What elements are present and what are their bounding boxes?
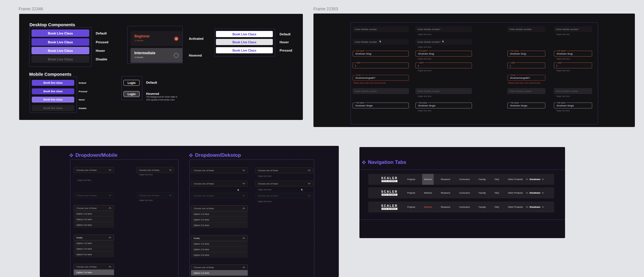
book-live-class-mobile-button-pressed[interactable]: Book live class xyxy=(32,88,74,94)
nav-link-faculty[interactable]: Faculty xyxy=(477,174,488,185)
dropdown-expanded[interactable]: Scale| xyxy=(74,235,114,240)
user-menu[interactable]: Hi,Shubham xyxy=(526,206,544,208)
text-input-typing-label[interactable]: Label*| xyxy=(415,62,472,68)
book-live-class-light-button-hover[interactable]: Book Live Class xyxy=(216,39,273,45)
dropdown-option[interactable]: Option 3 is here xyxy=(191,222,248,228)
scaler-logo[interactable]: SCALERDATA SCIENCE xyxy=(381,190,398,196)
nav-link-projects[interactable]: Projects xyxy=(405,187,417,198)
book-live-class-mobile-button-hover[interactable]: Book live class xyxy=(32,97,74,103)
mobile-number-input-placeholder[interactable]: Enter Mobile number xyxy=(353,26,409,32)
nav-link-other-products[interactable]: Other Products xyxy=(506,174,524,185)
nav-link-research[interactable]: Research xyxy=(439,174,452,185)
plan-card-intermediate[interactable]: Intermediate13 Months xyxy=(131,48,182,63)
dropdown-option[interactable]: Option 2 is here xyxy=(74,217,114,222)
mobile-number-input-disabled[interactable]: Enter Mobile number xyxy=(415,88,472,94)
dropdown-option[interactable]: Option 2 is here xyxy=(74,246,114,252)
dropdown-expanded[interactable]: Choose one of these xyxy=(191,264,248,270)
dropdown-expanded[interactable]: Choose one of these xyxy=(74,264,114,270)
nav-link-curriculum[interactable]: Curriculum xyxy=(457,202,471,212)
scaler-logo[interactable]: SCALERDATA SCIENCE xyxy=(381,177,398,182)
dropdown-option[interactable]: Option 1 is here xyxy=(191,270,248,276)
nav-link-faq[interactable]: FAQ xyxy=(493,187,501,198)
book-live-class-mobile-button-disabled[interactable]: Book live class xyxy=(32,105,74,111)
nav-link-other-products[interactable]: Other Products xyxy=(506,202,524,212)
text-input-typing-label[interactable]: Label| xyxy=(507,62,545,68)
book-live-class-button-pressed[interactable]: Book Live Class xyxy=(32,38,89,46)
dropdown-option[interactable]: Option 1 is here xyxy=(191,211,248,217)
scaler-logo[interactable]: SCALERDATA SCIENCE xyxy=(381,204,398,210)
nav-link-curriculum[interactable]: Curriculum xyxy=(457,187,471,198)
user-menu[interactable]: Hi,Shubham xyxy=(526,178,544,181)
dropdown-disabled[interactable]: Choose one of these xyxy=(255,193,313,199)
mobile-number-input-disabled[interactable]: Enter Mobile number xyxy=(353,88,409,94)
book-live-class-mobile-button-default[interactable]: Book live class xyxy=(32,80,74,86)
dropdown-option[interactable]: Option 2 is here xyxy=(191,276,248,277)
dropdown-option[interactable]: Option 2 is here xyxy=(191,247,248,252)
dropdown-option[interactable]: Option 2 is here xyxy=(74,275,114,277)
nav-link-projects[interactable]: Projects xyxy=(405,174,417,185)
nav-link-faq[interactable]: FAQ xyxy=(493,174,501,185)
book-live-class-button-hover[interactable]: Book Live Class xyxy=(32,47,89,54)
user-menu[interactable]: Hi,Shubham xyxy=(526,192,544,194)
radio-icon[interactable] xyxy=(174,53,179,58)
mobile-number-input-placeholder-hover[interactable]: Enter Mobile number* xyxy=(415,39,472,45)
nav-link-faculty[interactable]: Faculty xyxy=(477,202,488,212)
login-button-default[interactable]: Login xyxy=(123,80,140,86)
nav-link-other-products[interactable]: Other Products xyxy=(506,187,524,198)
dropdown-option[interactable]: Option 3 is here xyxy=(74,252,114,257)
text-input-typing-name[interactable]: Full name*Shubham Sing| xyxy=(415,51,472,57)
mobile-number-input-placeholder-hover[interactable]: Enter Mobile number xyxy=(353,39,409,45)
dropdown-closed[interactable]: Choose one of these xyxy=(191,167,248,173)
nav-link-research[interactable]: Research xyxy=(439,202,452,212)
dropdown-closed[interactable]: Choose one of these xyxy=(136,167,174,173)
dropdown-option[interactable]: Option 3 is here xyxy=(74,222,114,228)
nav-link-mentors[interactable]: Mentors xyxy=(422,174,434,185)
mobile-number-input-placeholder[interactable]: Enter Mobile number* xyxy=(554,26,592,32)
book-live-class-light-button-pressed[interactable]: Book Live Class xyxy=(216,47,273,53)
text-input-email-error[interactable]: EmailShubhamsingla80? xyxy=(353,75,409,81)
text-input-filled[interactable]: Full nameShubham Singla xyxy=(554,103,592,108)
dropdown-option[interactable]: Option 1 is here xyxy=(74,211,114,217)
dropdown-closed[interactable]: Choose one of these xyxy=(191,181,248,187)
text-input-typing-name[interactable]: Full nameShubham Sing| xyxy=(353,51,409,57)
text-input-typing-label[interactable]: Label| xyxy=(353,62,409,68)
mobile-number-input-placeholder[interactable]: Enter Mobile number xyxy=(507,26,545,32)
login-button-hovered[interactable]: Login xyxy=(123,91,140,97)
dropdown-disabled[interactable]: Choose one of these xyxy=(136,192,174,198)
dropdown-option[interactable]: Option 1 is here xyxy=(191,241,248,247)
book-live-class-button-default[interactable]: Book Live Class xyxy=(32,29,89,37)
dropdown-option[interactable]: Option 3 is here xyxy=(191,252,248,258)
dropdown-expanded[interactable]: Choose one of these xyxy=(191,205,248,211)
nav-link-research[interactable]: Research xyxy=(439,187,452,198)
book-live-class-light-button-default[interactable]: Book Live Class xyxy=(216,31,273,37)
nav-link-mentors[interactable]: Mentors xyxy=(422,187,434,198)
mobile-number-input-disabled[interactable]: Enter Mobile number xyxy=(554,88,592,94)
dropdown-closed[interactable]: Choose one of these xyxy=(74,167,114,173)
dropdown-disabled[interactable]: Choose one of these xyxy=(191,193,248,199)
nav-link-projects[interactable]: Projects xyxy=(405,202,417,212)
plan-card-beginner[interactable]: Beginner13 Months xyxy=(131,31,182,46)
nav-link-faculty[interactable]: Faculty xyxy=(477,187,488,198)
text-input-email-error[interactable]: EmailShubhamsingla80? xyxy=(507,75,545,81)
mobile-number-input-disabled[interactable]: Enter Mobile number xyxy=(507,88,545,94)
text-input-filled[interactable]: Full nameShubham Singla xyxy=(353,103,409,108)
dropdown-expanded[interactable]: Choose one of these xyxy=(74,205,114,211)
nav-link-faq[interactable]: FAQ xyxy=(493,202,501,212)
text-input-filled[interactable]: Full nameShubham Singla xyxy=(415,103,472,108)
dropdown-expanded[interactable]: Scale| xyxy=(191,235,248,241)
dropdown-disabled[interactable]: Choose one of these xyxy=(74,192,114,198)
dropdown-closed[interactable]: Choose one of these xyxy=(255,167,313,173)
mobile-number-input-placeholder[interactable]: Enter Mobile number* xyxy=(415,26,472,32)
dropdown-option[interactable]: Option 1 is here xyxy=(74,270,114,275)
nav-link-mentors[interactable]: Mentors xyxy=(422,202,434,212)
text-input-typing-name[interactable]: Full name*Shubham Sing| xyxy=(554,51,592,57)
dropdown-closed[interactable]: Choose one of these xyxy=(255,181,313,187)
dropdown-option[interactable]: Option 1 is here xyxy=(74,240,114,246)
book-live-class-button-disabled[interactable]: Book Live Class xyxy=(32,55,89,63)
nav-link-curriculum[interactable]: Curriculum xyxy=(457,174,471,185)
radio-icon[interactable] xyxy=(174,36,179,41)
dropdown-option[interactable]: Option 2 is here xyxy=(191,217,248,222)
text-input-typing-name[interactable]: Full nameShubham Sing| xyxy=(507,51,545,57)
text-input-typing-label[interactable]: Label*| xyxy=(554,62,592,68)
text-input-filled[interactable]: Full nameShubham Singla xyxy=(507,103,545,108)
